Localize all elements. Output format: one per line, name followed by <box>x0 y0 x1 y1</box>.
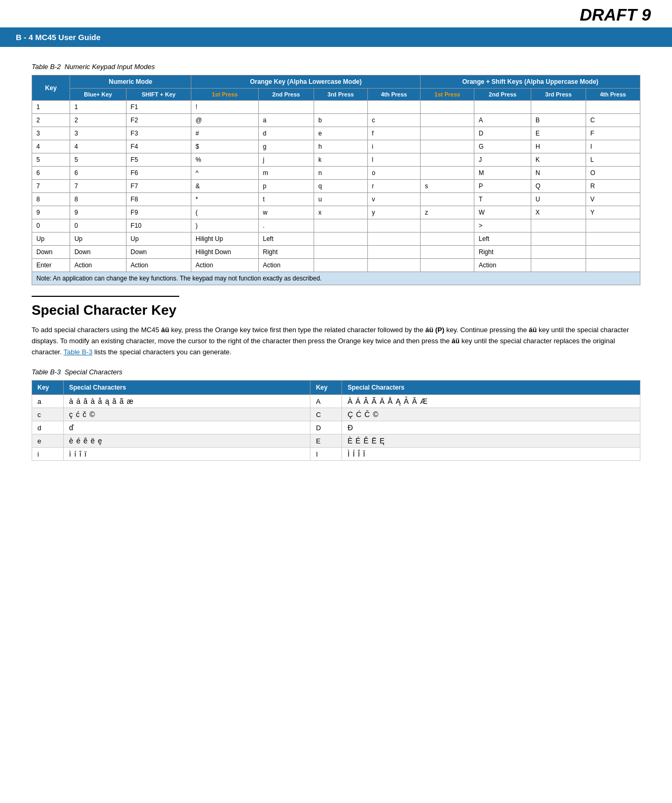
table-cell: B <box>531 114 586 127</box>
section-divider <box>32 296 179 297</box>
th-b3-rkey: Key <box>310 381 342 395</box>
table-cell: V <box>586 193 640 206</box>
table-cell: 8 <box>70 193 126 206</box>
table-cell <box>531 246 586 259</box>
spec-cell-rkey: E <box>310 434 342 448</box>
th-press1: 1st Press <box>191 89 259 101</box>
th-press2b: 2nd Press <box>474 89 531 101</box>
table-cell: m <box>258 167 314 180</box>
table-b3-link[interactable]: Table B-3 <box>63 348 92 356</box>
spec-cell-lkey: c <box>32 408 64 421</box>
th-press4b: 4th Press <box>586 89 640 101</box>
table-cell: 6 <box>32 167 70 180</box>
table-cell: Action <box>70 259 126 272</box>
table-row: 44F4$ghiGHI <box>32 140 640 153</box>
section-title: Special Character Key <box>32 302 640 318</box>
table-cell: 1 <box>70 101 126 114</box>
table-b2-caption: Table B-2 Numeric Keypad Input Modes <box>32 63 640 71</box>
table-cell: Action <box>191 259 259 272</box>
table-cell: q <box>314 180 368 193</box>
table-cell <box>314 233 368 246</box>
table-cell: F3 <box>126 127 191 140</box>
table-cell: F1 <box>126 101 191 114</box>
th-key: Key <box>32 75 70 101</box>
table-cell: % <box>191 153 259 167</box>
table-row: 88F8*tuvTUV <box>32 193 640 206</box>
table-cell: Down <box>70 246 126 259</box>
table-cell: Action <box>126 259 191 272</box>
spec-cell-lchars: ď <box>64 421 310 434</box>
table-cell <box>421 246 474 259</box>
spec-cell-rchars: Ì Í Î Ï <box>342 448 640 461</box>
table-cell: F6 <box>126 167 191 180</box>
table-cell: w <box>258 206 314 219</box>
table-cell <box>421 259 474 272</box>
table-cell: 2 <box>32 114 70 127</box>
spec-cell-lkey: i <box>32 448 64 461</box>
table-cell: 9 <box>70 206 126 219</box>
table-cell: ^ <box>191 167 259 180</box>
section-body: To add special characters using the MC45… <box>32 325 640 357</box>
table-cell: D <box>474 127 531 140</box>
table-b2: Key Numeric Mode Orange Key (Alpha Lower… <box>32 75 640 285</box>
table-cell: J <box>474 153 531 167</box>
table-cell: h <box>314 140 368 153</box>
th-b3-rchars: Special Characters <box>342 381 640 395</box>
table-cell <box>421 101 474 114</box>
table-cell: Up <box>126 233 191 246</box>
table-cell: C <box>586 114 640 127</box>
th-press4: 4th Press <box>367 89 421 101</box>
spec-cell-lkey: d <box>32 421 64 434</box>
table-b2-caption-italic: Numeric Keypad Input Modes <box>64 63 154 71</box>
table-cell: z <box>421 206 474 219</box>
table-cell: @ <box>191 114 259 127</box>
table-cell: Down <box>126 246 191 259</box>
table-cell <box>531 233 586 246</box>
table-row: UpUpUpHilight UpLeftLeft <box>32 233 640 246</box>
table-cell <box>586 101 640 114</box>
table-row: 22F2@abcABC <box>32 114 640 127</box>
table-cell: y <box>367 206 421 219</box>
table-cell: Hilight Up <box>191 233 259 246</box>
table-cell: u <box>314 193 368 206</box>
th-b3-lkey: Key <box>32 381 64 395</box>
table-cell <box>367 219 421 233</box>
th-press3b: 3rd Press <box>531 89 586 101</box>
table-cell: ( <box>191 206 259 219</box>
table-cell: F9 <box>126 206 191 219</box>
th-press2: 2nd Press <box>258 89 314 101</box>
blue-bar: B - 4 MC45 User Guide <box>0 27 672 47</box>
table-cell <box>421 153 474 167</box>
table-cell: 5 <box>32 153 70 167</box>
table-cell <box>314 219 368 233</box>
table-cell <box>421 140 474 153</box>
table-cell: p <box>258 180 314 193</box>
table-cell: N <box>531 167 586 180</box>
table-cell <box>474 101 531 114</box>
table-cell: * <box>191 193 259 206</box>
table-cell: F8 <box>126 193 191 206</box>
table-cell: ! <box>191 101 259 114</box>
table-cell: r <box>367 180 421 193</box>
table-cell: 2 <box>70 114 126 127</box>
spec-cell-lkey: e <box>32 434 64 448</box>
table-row: 00F10).> <box>32 219 640 233</box>
table-cell: Up <box>70 233 126 246</box>
table-cell <box>367 259 421 272</box>
table-cell: F4 <box>126 140 191 153</box>
table-b2-caption-bold: Table B-2 <box>32 63 61 71</box>
table-row: cç ć č ©CÇ Ć Č © <box>32 408 640 421</box>
table-cell <box>367 101 421 114</box>
table-cell <box>586 246 640 259</box>
table-cell: Action <box>258 259 314 272</box>
th-orange-key: Orange Key (Alpha Lowercase Mode) <box>191 75 421 89</box>
table-cell: e <box>314 127 368 140</box>
table-cell: F2 <box>126 114 191 127</box>
table-cell <box>421 127 474 140</box>
note-cell: Note: An application can change the key … <box>32 272 640 285</box>
spec-cell-rkey: C <box>310 408 342 421</box>
table-cell: $ <box>191 140 259 153</box>
spec-cell-rchars: Ð <box>342 421 640 434</box>
spec-cell-lchars: à á â à å ą ă ã æ <box>64 395 310 408</box>
spec-cell-lkey: a <box>32 395 64 408</box>
